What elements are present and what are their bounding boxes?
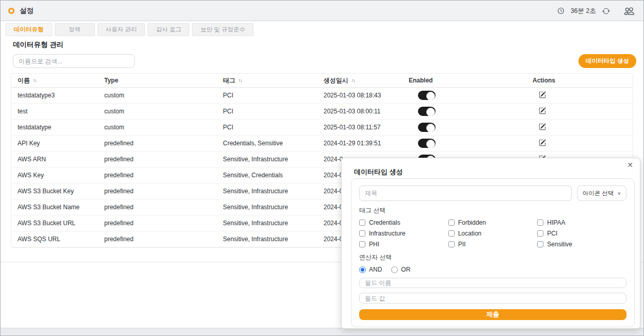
icon-select-dropdown[interactable]: 아이콘 선택 ∨ [577,186,626,201]
tag-option-label: Infrastructure [369,230,406,237]
tags-cell: Sensitive, Infrastructure [217,236,317,243]
tag-option-label: PHI [369,241,379,248]
tag-checkbox-location[interactable]: Location [448,230,538,237]
tags-cell: PCI [217,124,317,131]
type-cell: predefined [98,140,217,147]
name-cell: AWS SQS URL [11,236,98,243]
sort-icon[interactable]: ↑↓ [351,78,355,83]
column-header-actions: Actions [526,77,633,84]
tab-5[interactable]: 보안 및 규정준수 [192,23,253,36]
field-value-input[interactable] [359,293,626,303]
settings-logo-icon [8,8,14,14]
table-header: 이름↑↓Type태그↑↓생성일시↑↓EnabledActions [11,74,633,88]
tag-checkbox-phi[interactable]: PHI [359,241,448,248]
tags-cell: Sensitive, Infrastructure [217,188,317,195]
checkbox-icon [448,241,455,247]
section-title: 데이터유형 관리 [13,40,63,49]
checkbox-icon [537,230,543,237]
tags-cell: Sensitive, Infrastructure [217,204,317,211]
session-timer: 36분 2초 [571,7,596,15]
enabled-cell [403,91,526,100]
edit-icon[interactable] [539,91,546,98]
enabled-toggle[interactable] [418,107,436,116]
operator-option-label: OR [401,266,410,273]
page-title: 설정 [20,6,34,15]
type-cell: predefined [98,236,217,243]
type-cell: custom [98,92,217,99]
type-cell: predefined [98,156,217,163]
refresh-icon[interactable] [602,7,610,15]
checkbox-icon [359,241,365,247]
tag-checkbox-infrastructure[interactable]: Infrastructure [359,230,448,237]
app-window: 설정 36분 2초 데이터유형정책사용자 관리감사 로그보안 및 규정 [0,0,644,336]
name-cell: AWS ARN [11,156,98,163]
sort-icon[interactable]: ↑↓ [238,78,242,83]
actions-cell [526,123,633,132]
operator-radio-or[interactable]: OR [391,266,410,273]
tag-checkbox-sensitive[interactable]: Sensitive [537,241,626,248]
operator-radio-and[interactable]: AND [359,266,382,273]
tab-1[interactable]: 데이터유형 [6,23,52,36]
enabled-cell [403,123,526,132]
name-cell: AWS Key [11,172,98,179]
radio-icon [359,266,366,273]
edit-icon[interactable] [539,139,546,146]
table-row: testcustomPCI2025-01-03 08:00:11 [11,104,633,120]
tag-option-label: Sensitive [547,241,572,248]
enabled-toggle[interactable] [418,123,436,132]
tags-cell: Sensitive, Credentials [217,172,317,179]
sort-icon[interactable]: ↑↓ [33,78,37,83]
tags-cell: PCI [217,108,317,115]
column-header-생성일시[interactable]: 생성일시↑↓ [317,76,403,85]
name-cell: test [11,108,98,115]
name-cell: API Key [11,140,98,147]
tab-bar: 데이터유형정책사용자 관리감사 로그보안 및 규정준수 [6,23,253,36]
tag-option-label: Credentials [369,219,400,226]
create-datatype-button[interactable]: 데이터타입 생성 [578,54,636,68]
actions-cell [526,107,633,116]
created-cell: 2024-01-29 01:39:51 [317,140,403,147]
enabled-toggle[interactable] [418,139,436,148]
tab-4[interactable]: 감사 로그 [148,23,189,36]
app-header: 설정 36분 2초 [1,1,643,21]
column-label: 생성일시 [324,76,348,85]
checkbox-icon [448,220,455,226]
tag-option-label: PII [458,241,466,248]
column-header-태그[interactable]: 태그↑↓ [217,76,317,85]
edit-icon[interactable] [539,123,546,130]
operator-radio-group: ANDOR [359,266,626,273]
tag-checkbox-forbidden[interactable]: Forbidden [448,219,538,226]
enabled-cell [403,139,526,148]
tag-checkbox-hipaa[interactable]: HIPAA [537,219,626,226]
close-icon[interactable]: ✕ [627,161,633,169]
users-icon[interactable] [624,6,634,16]
tag-checkbox-pii[interactable]: PII [448,241,538,248]
checkbox-icon [359,220,365,226]
tags-cell: Sensitive, Infrastructure [217,220,317,227]
tag-option-label: Forbidden [458,219,486,226]
submit-button[interactable]: 제출 [359,309,626,320]
column-label: Enabled [409,77,433,84]
type-cell: predefined [98,220,217,227]
tab-3[interactable]: 사용자 관리 [98,23,146,36]
edit-icon[interactable] [539,107,546,114]
type-cell: predefined [98,172,217,179]
tag-checkbox-credentials[interactable]: Credentials [359,219,448,226]
tag-option-label: Location [458,230,481,237]
search-input[interactable] [13,54,135,68]
created-cell: 2025-01-03 08:00:11 [317,108,403,115]
tag-option-label: PCI [547,230,557,237]
tab-2[interactable]: 정책 [55,23,95,36]
column-header-enabled: Enabled [403,77,526,84]
operator-label: 연산자 선택 [359,253,626,262]
checkbox-icon [359,230,365,237]
title-input[interactable] [359,186,572,201]
tag-checkbox-pci[interactable]: PCI [537,230,626,237]
column-header-이름[interactable]: 이름↑↓ [11,76,98,85]
field-name-input[interactable] [359,278,626,288]
name-cell: AWS S3 Bucket Key [11,188,98,195]
enabled-toggle[interactable] [418,91,436,100]
created-cell: 2025-01-03 08:11:57 [317,124,403,131]
checkbox-icon [537,220,543,226]
actions-cell [526,91,633,100]
